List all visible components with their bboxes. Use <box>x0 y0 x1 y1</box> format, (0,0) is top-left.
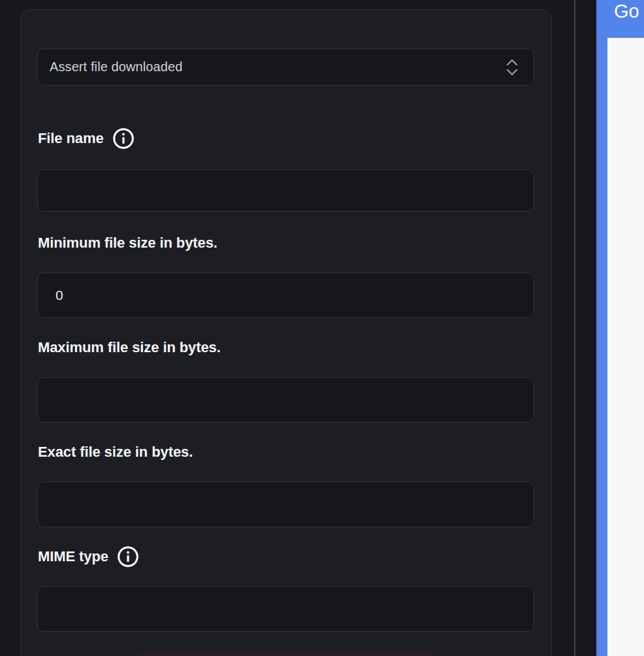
browser-preview-pane[interactable]: Go <box>596 0 644 656</box>
step-editor-screen: Assert file downloaded File name <box>0 0 644 656</box>
max-file-size-label: Maximum file size in bytes. <box>38 338 221 357</box>
danger-button-partial[interactable] <box>135 653 436 656</box>
file-name-label: File name <box>38 127 135 150</box>
min-file-size-input[interactable] <box>37 272 534 318</box>
preview-page-title: Go <box>614 1 639 22</box>
file-name-label-text: File name <box>38 130 104 147</box>
panel-resize-divider[interactable] <box>574 0 575 656</box>
preview-page-content[interactable] <box>607 38 644 656</box>
exact-file-size-input[interactable] <box>37 482 534 527</box>
action-type-selected-value: Assert file downloaded <box>50 59 182 74</box>
mime-type-label-text: MIME type <box>38 548 108 565</box>
action-type-select[interactable]: Assert file downloaded <box>37 48 534 86</box>
mime-type-input[interactable] <box>37 586 534 632</box>
info-icon[interactable] <box>112 127 135 150</box>
info-icon[interactable] <box>117 546 139 568</box>
max-file-size-label-text: Maximum file size in bytes. <box>38 339 221 356</box>
min-file-size-label: Minimum file size in bytes. <box>38 233 217 253</box>
step-settings-card: Assert file downloaded File name <box>20 9 552 656</box>
up-down-chevron-icon <box>505 58 519 76</box>
min-file-size-label-text: Minimum file size in bytes. <box>38 235 217 252</box>
exact-file-size-label-text: Exact file size in bytes. <box>38 444 193 461</box>
max-file-size-input[interactable] <box>37 377 534 423</box>
exact-file-size-label: Exact file size in bytes. <box>38 442 193 462</box>
mime-type-label: MIME type <box>38 546 139 568</box>
file-name-input[interactable] <box>37 169 534 212</box>
